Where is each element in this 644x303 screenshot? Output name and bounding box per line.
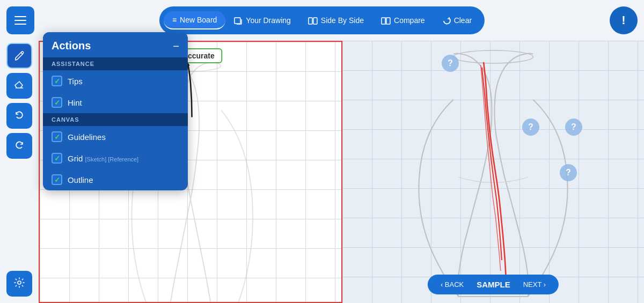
- clear-button[interactable]: Clear: [434, 11, 480, 29]
- side-by-side-icon: [308, 16, 318, 25]
- question-bubble-right-upper1[interactable]: ?: [522, 119, 539, 136]
- svg-point-8: [453, 50, 533, 63]
- info-button[interactable]: !: [610, 6, 638, 34]
- left-toolbar: [6, 43, 32, 159]
- compare-label: Compare: [394, 16, 425, 25]
- new-board-icon: ≡: [172, 16, 177, 24]
- settings-button[interactable]: [6, 271, 32, 297]
- svg-rect-2: [313, 18, 317, 24]
- question-icon: ?: [528, 122, 533, 132]
- grid-checkbox[interactable]: ✓: [52, 153, 62, 164]
- tips-item[interactable]: ✓ Tips: [43, 70, 188, 92]
- guidelines-checkmark: ✓: [54, 133, 60, 141]
- outline-checkmark: ✓: [54, 176, 60, 184]
- svg-rect-1: [309, 18, 312, 24]
- actions-panel: Actions − ASSISTANCE ✓ Tips ✓ Hint CANVA…: [43, 32, 188, 190]
- hamburger-line: [14, 24, 26, 25]
- question-bubble-top[interactable]: ?: [442, 55, 459, 72]
- pencil-icon: [13, 49, 25, 63]
- clear-icon: [442, 16, 451, 25]
- eraser-tool-button[interactable]: [6, 73, 32, 99]
- outline-item[interactable]: ✓ Outline: [43, 169, 188, 190]
- grid-label-sub: [Sketch] [Reference]: [85, 156, 139, 162]
- bottom-navigation: ‹ BACK SAMPLE NEXT ›: [428, 275, 559, 294]
- question-icon: ?: [448, 58, 453, 68]
- grid-label-main: Grid: [68, 154, 83, 163]
- grid-checkmark: ✓: [54, 154, 60, 162]
- guidelines-item[interactable]: ✓ Guidelines: [43, 126, 188, 147]
- undo-button[interactable]: [6, 103, 32, 129]
- grid-label: Grid [Sketch] [Reference]: [68, 154, 179, 163]
- question-icon: ?: [566, 168, 571, 178]
- info-icon: !: [621, 13, 625, 27]
- new-board-button[interactable]: ≡ New Board: [164, 11, 225, 29]
- topbar: ≡ New Board Your Drawing Side By Side: [159, 6, 485, 34]
- outline-checkbox[interactable]: ✓: [52, 174, 62, 185]
- actions-title: Actions: [52, 40, 91, 52]
- your-drawing-button[interactable]: Your Drawing: [225, 11, 299, 29]
- compare-icon: [381, 16, 391, 25]
- compare-button[interactable]: Compare: [372, 12, 434, 29]
- pencil-tool-button[interactable]: [6, 43, 32, 69]
- eraser-icon: [13, 79, 25, 93]
- svg-rect-3: [382, 18, 385, 24]
- sample-title: SAMPLE: [477, 280, 510, 289]
- side-by-side-label: Side By Side: [321, 16, 364, 25]
- menu-button[interactable]: [6, 6, 34, 34]
- new-board-label: New Board: [180, 16, 217, 24]
- tips-label: Tips: [68, 77, 179, 86]
- tips-checkmark: ✓: [54, 77, 60, 85]
- hint-label: Hint: [68, 98, 179, 107]
- accuracy-label: accurate: [184, 51, 215, 60]
- hint-item[interactable]: ✓ Hint: [43, 92, 188, 113]
- assistance-section-header: ASSISTANCE: [43, 57, 188, 70]
- reference-canvas: ? ? ? ? ? ‹ BACK SAMPLE NEXT ›: [342, 41, 644, 303]
- settings-icon: [13, 277, 25, 291]
- hamburger-line: [14, 16, 26, 17]
- your-drawing-icon: [234, 16, 243, 25]
- redo-icon: [13, 139, 25, 153]
- question-bubble-right-upper2[interactable]: ?: [565, 119, 582, 136]
- actions-header: Actions −: [43, 32, 188, 57]
- your-drawing-label: Your Drawing: [246, 16, 291, 25]
- hamburger-line: [14, 20, 26, 21]
- actions-minimize-button[interactable]: −: [173, 41, 179, 51]
- svg-rect-4: [386, 18, 390, 24]
- canvas-section-header: CANVAS: [43, 113, 188, 126]
- tips-checkbox[interactable]: ✓: [52, 76, 62, 86]
- outline-label: Outline: [68, 175, 179, 184]
- redo-button[interactable]: [6, 133, 32, 159]
- guidelines-checkbox[interactable]: ✓: [52, 131, 62, 142]
- question-icon: ?: [571, 122, 576, 132]
- clear-label: Clear: [454, 16, 472, 25]
- reference-svg: [342, 41, 644, 303]
- guidelines-label: Guidelines: [68, 132, 179, 142]
- next-button[interactable]: NEXT ›: [523, 280, 546, 289]
- side-by-side-button[interactable]: Side By Side: [299, 12, 372, 29]
- hint-checkmark: ✓: [54, 99, 60, 107]
- svg-rect-0: [235, 18, 240, 24]
- question-bubble-right-mid[interactable]: ?: [560, 164, 577, 181]
- grid-item[interactable]: ✓ Grid [Sketch] [Reference]: [43, 147, 188, 169]
- back-button[interactable]: ‹ BACK: [441, 280, 464, 289]
- svg-point-6: [18, 281, 21, 284]
- hint-checkbox[interactable]: ✓: [52, 97, 62, 108]
- undo-icon: [13, 109, 25, 123]
